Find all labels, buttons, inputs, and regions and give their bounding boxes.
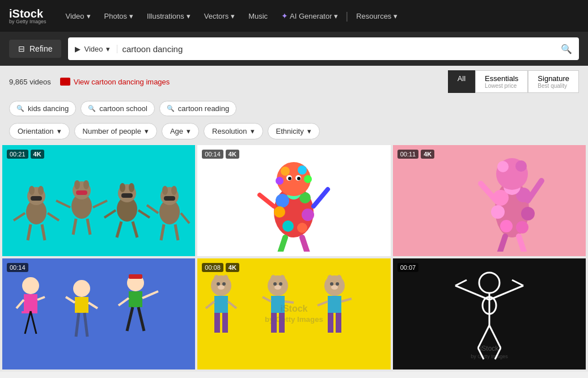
- age-arrow: ▾: [187, 127, 191, 135]
- resources-dropdown-icon: ▾: [394, 12, 397, 20]
- logo[interactable]: iStock by Getty Images: [9, 8, 46, 24]
- svg-point-37: [276, 194, 289, 207]
- svg-line-128: [455, 286, 489, 300]
- svg-point-66: [497, 161, 509, 172]
- nav-music[interactable]: Music: [243, 7, 273, 25]
- thumb-2-badge: 00:14 4K: [202, 150, 239, 159]
- svg-line-25: [117, 222, 121, 237]
- search-chip-icon-2: 🔍: [88, 105, 96, 112]
- nav-video[interactable]: Video ▾: [60, 7, 96, 25]
- thumb-4-time: 00:14: [7, 263, 28, 272]
- svg-line-34: [161, 224, 164, 240]
- results-count: 9,865 videos: [9, 78, 51, 86]
- filters-bar: Orientation ▾ Number of people ▾ Age ▾ R…: [0, 120, 588, 143]
- resolution-arrow: ▾: [251, 127, 255, 135]
- svg-point-97: [217, 282, 220, 286]
- suggestion-kids-dancing[interactable]: 🔍 kids dancing: [9, 101, 76, 116]
- thumb-3-4k: 4K: [421, 150, 434, 159]
- logo-subtitle: by Getty Images: [9, 19, 46, 24]
- nav-vectors[interactable]: Vectors ▾: [198, 7, 240, 25]
- suggestion-label-3: cartoon reading: [178, 104, 229, 113]
- svg-point-62: [500, 220, 513, 232]
- svg-line-125: [341, 299, 352, 301]
- filter-number-of-people[interactable]: Number of people ▾: [74, 123, 157, 139]
- svg-point-118: [331, 285, 338, 290]
- svg-line-7: [28, 224, 31, 240]
- video-thumb-4[interactable]: 00:14: [2, 258, 195, 369]
- svg-line-78: [16, 300, 24, 308]
- suggestion-label-2: cartoon school: [99, 104, 147, 113]
- svg-point-120: [336, 282, 339, 286]
- video-toggle-label: Video: [84, 45, 103, 53]
- suggestion-label-1: kids dancing: [28, 104, 69, 113]
- thumb-6-time: 00:07: [397, 263, 419, 272]
- svg-line-129: [455, 280, 467, 286]
- nav-illustrations[interactable]: Illustrations ▾: [141, 7, 196, 25]
- suggestions-bar: 🔍 kids dancing 🔍 cartoon school 🔍 cartoo…: [0, 97, 588, 120]
- svg-line-55: [280, 237, 285, 252]
- nav-photos[interactable]: Photos ▾: [99, 7, 139, 25]
- view-images-link[interactable]: View cartoon dancing images: [60, 78, 170, 86]
- svg-point-11: [74, 180, 80, 189]
- svg-line-124: [318, 301, 328, 305]
- tab-all[interactable]: All: [448, 70, 475, 93]
- svg-rect-31: [164, 196, 175, 201]
- nav-resources[interactable]: Resources ▾: [350, 7, 403, 25]
- main-nav: Video ▾ Photos ▾ Illustrations ▾ Vectors…: [60, 7, 404, 25]
- tab-signature[interactable]: Signature Best quality: [528, 70, 579, 93]
- svg-line-16: [73, 219, 76, 235]
- orientation-label: Orientation: [18, 127, 54, 135]
- svg-line-130: [489, 286, 523, 300]
- filter-age[interactable]: Age ▾: [162, 123, 199, 139]
- svg-line-32: [147, 205, 158, 213]
- svg-point-72: [22, 277, 39, 294]
- svg-line-69: [528, 181, 542, 201]
- svg-line-23: [104, 210, 116, 218]
- video-thumb-2[interactable]: 00:14 4K: [197, 145, 390, 256]
- svg-rect-73: [24, 294, 37, 311]
- video-thumb-3[interactable]: 00:11 4K: [393, 145, 586, 256]
- video-thumb-5[interactable]: iStockby Getty Images: [197, 258, 390, 369]
- thumb-2-time: 00:14: [202, 150, 223, 159]
- svg-line-5: [14, 213, 25, 220]
- view-images-label: View cartoon dancing images: [74, 78, 170, 86]
- ethnicity-arrow: ▾: [307, 127, 311, 135]
- filter-resolution[interactable]: Resolution ▾: [204, 123, 263, 139]
- suggestion-cartoon-reading[interactable]: 🔍 cartoon reading: [159, 101, 236, 116]
- svg-point-41: [282, 220, 294, 232]
- filter-tabs: All Essentials Lowest price Signature Be…: [448, 70, 579, 93]
- tab-signature-label: Signature: [538, 74, 569, 83]
- logo-name: iStock: [9, 8, 46, 19]
- svg-point-61: [521, 207, 535, 220]
- svg-line-6: [48, 213, 59, 220]
- svg-point-109: [279, 282, 282, 286]
- svg-text:iStock: iStock: [480, 345, 499, 352]
- cats-dancing-svg: [2, 150, 195, 252]
- svg-line-114: [285, 301, 294, 303]
- search-input[interactable]: [122, 44, 556, 54]
- nav-ai-generator[interactable]: ✦AI Generator ▾: [276, 7, 343, 25]
- refine-button[interactable]: ⊟ Refine: [9, 40, 61, 58]
- filter-orientation[interactable]: Orientation ▾: [9, 123, 70, 139]
- svg-line-54: [314, 189, 328, 206]
- svg-rect-81: [75, 297, 88, 313]
- thumb-5-badge: 00:08 4K: [202, 263, 239, 272]
- filter-ethnicity[interactable]: Ethnicity ▾: [268, 123, 320, 139]
- svg-rect-88: [129, 291, 142, 307]
- svg-point-29: [162, 186, 168, 195]
- video-thumb-1[interactable]: 00:21 4K: [2, 145, 195, 256]
- svg-line-91: [119, 298, 129, 305]
- search-chip-icon: 🔍: [16, 105, 24, 112]
- suggestion-cartoon-school[interactable]: 🔍 cartoon school: [81, 101, 155, 116]
- video-type-toggle[interactable]: ▶ Video ▾: [75, 45, 117, 53]
- search-icon[interactable]: 🔍: [561, 44, 572, 54]
- video-toggle-icon: ▶: [75, 45, 81, 53]
- svg-rect-100: [214, 313, 220, 333]
- svg-rect-121: [328, 296, 341, 313]
- video-thumb-6[interactable]: iStock by Getty Images 00:07: [393, 258, 586, 369]
- vectors-dropdown-icon: ▾: [231, 12, 235, 20]
- svg-rect-122: [328, 313, 333, 333]
- svg-line-15: [93, 201, 107, 207]
- svg-rect-22: [121, 193, 133, 198]
- tab-essentials[interactable]: Essentials Lowest price: [475, 70, 528, 93]
